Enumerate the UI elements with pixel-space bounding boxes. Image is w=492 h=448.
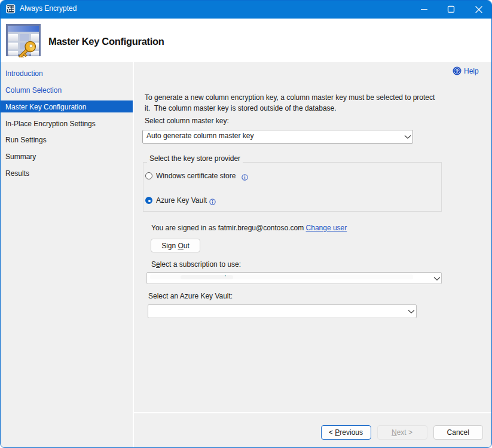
svg-text:?: ? bbox=[456, 68, 459, 74]
